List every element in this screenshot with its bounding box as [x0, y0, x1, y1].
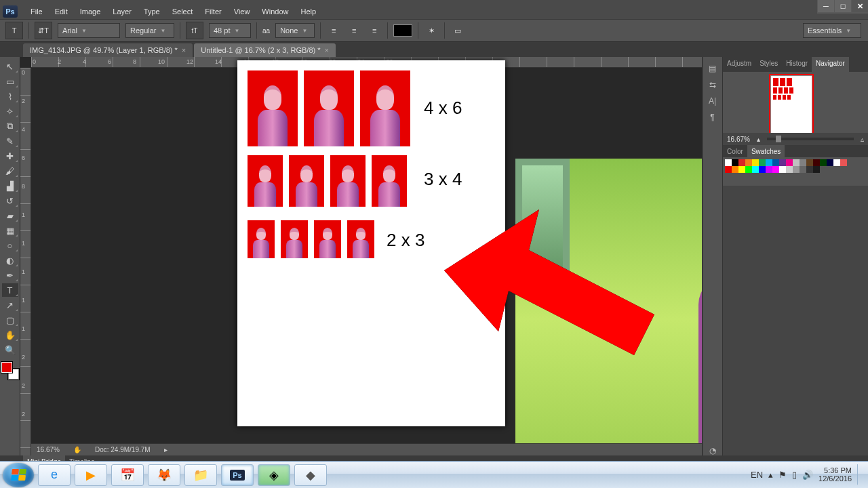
menu-select[interactable]: Select	[166, 6, 199, 17]
maximize-button[interactable]: □	[835, 0, 851, 12]
document-tab-1[interactable]: IMG_4134.JPG @ 49.7% (Layer 1, RGB/8) *×	[23, 43, 193, 57]
brush-tool-icon[interactable]: 🖌	[2, 164, 18, 178]
menu-window[interactable]: Window	[256, 6, 294, 17]
color-picker[interactable]	[1, 362, 19, 380]
stamp-tool-icon[interactable]: ▟	[2, 179, 18, 192]
taskbar-calendar-icon[interactable]: 📅	[111, 464, 144, 486]
align-right-icon[interactable]: ≡	[367, 23, 382, 38]
menu-edit[interactable]: Edit	[49, 6, 74, 17]
taskbar-photoshop-icon[interactable]: Ps	[221, 464, 254, 486]
swatch[interactable]	[725, 159, 732, 166]
lasso-tool-icon[interactable]: ⌇	[2, 89, 18, 103]
minimize-button[interactable]: ─	[818, 0, 834, 12]
tray-expand-icon[interactable]: ▴	[768, 470, 773, 480]
tab-histogram[interactable]: Histogr	[782, 57, 812, 72]
hand-tool-icon[interactable]: ✋	[2, 328, 18, 342]
swatch[interactable]	[752, 159, 759, 166]
passport-photo[interactable]	[248, 155, 283, 207]
doc-info[interactable]: Doc: 24.9M/19.7M	[95, 446, 151, 453]
navigator-zoom-value[interactable]: 16.67%	[727, 136, 750, 143]
path-select-tool-icon[interactable]: ↗	[2, 298, 18, 312]
blur-tool-icon[interactable]: ○	[2, 239, 18, 252]
zoom-out-icon[interactable]: ▴	[757, 136, 760, 143]
tray-flag-icon[interactable]: ⚑	[778, 470, 787, 480]
tray-network-icon[interactable]: ▯	[792, 470, 797, 480]
passport-photo[interactable]	[347, 220, 374, 258]
menu-help[interactable]: Help	[294, 6, 322, 17]
swatch[interactable]	[813, 159, 820, 166]
swatch[interactable]	[745, 159, 752, 166]
warp-text-icon[interactable]: ✶	[424, 23, 439, 38]
text-orientation-icon[interactable]: ⇵T	[35, 22, 52, 39]
healing-tool-icon[interactable]: ✚	[2, 149, 18, 163]
antialias-dropdown[interactable]: None▼	[275, 23, 315, 38]
swatch[interactable]	[793, 159, 800, 166]
tray-clock[interactable]: 5:36 PM 12/6/2016	[818, 466, 852, 483]
zoom-slider[interactable]	[767, 138, 854, 140]
dodge-tool-icon[interactable]: ◐	[2, 253, 18, 267]
workspace-dropdown[interactable]: Essentials▼	[803, 23, 861, 38]
swatch[interactable]	[732, 159, 738, 166]
swatch[interactable]	[766, 166, 772, 173]
swatch[interactable]	[779, 159, 786, 166]
character-panel-icon[interactable]: ▭	[450, 23, 465, 38]
passport-photo[interactable]	[372, 155, 407, 207]
history-panel-icon[interactable]: ▤	[706, 64, 719, 73]
passport-photo[interactable]	[360, 70, 410, 146]
eraser-tool-icon[interactable]: ▰	[2, 209, 18, 222]
taskbar-app-icon[interactable]: ◈	[258, 464, 290, 486]
menu-image[interactable]: Image	[74, 6, 107, 17]
tab-adjustments[interactable]: Adjustm	[723, 57, 755, 72]
swatch[interactable]	[786, 159, 793, 166]
passport-photo[interactable]	[281, 220, 308, 258]
passport-photo[interactable]	[304, 70, 354, 146]
align-left-icon[interactable]: ≡	[326, 23, 341, 38]
swatch[interactable]	[759, 166, 766, 173]
swatch[interactable]	[833, 159, 840, 166]
navigator-thumbnail[interactable]	[770, 75, 812, 134]
taskbar-explorer-icon[interactable]: 📁	[184, 464, 217, 486]
show-desktop-button[interactable]	[857, 464, 863, 485]
canvas-area[interactable]: 02468101214161820222426 0246811111222 4 …	[20, 57, 702, 455]
swatch[interactable]	[786, 166, 793, 173]
history-brush-tool-icon[interactable]: ↺	[2, 194, 18, 207]
swatch[interactable]	[738, 159, 745, 166]
swatch[interactable]	[813, 166, 820, 173]
font-size-icon[interactable]: tT	[186, 22, 203, 39]
zoom-tool-icon[interactable]: 🔍	[2, 343, 18, 357]
tab-navigator[interactable]: Navigator	[812, 57, 849, 72]
menu-filter[interactable]: Filter	[199, 6, 227, 17]
menu-type[interactable]: Type	[138, 6, 166, 17]
panel-options-icon[interactable]: ◔	[706, 446, 719, 455]
swatch[interactable]	[738, 166, 745, 173]
pen-tool-icon[interactable]: ✒	[2, 268, 18, 282]
swatch[interactable]	[793, 166, 800, 173]
swatch[interactable]	[732, 166, 738, 173]
text-color-swatch[interactable]	[393, 24, 412, 37]
menu-view[interactable]: View	[228, 6, 256, 17]
menu-file[interactable]: File	[24, 6, 49, 17]
swatch[interactable]	[766, 159, 772, 166]
swatch[interactable]	[800, 166, 806, 173]
taskbar-media-player-icon[interactable]: ▶	[75, 464, 107, 486]
shape-tool-icon[interactable]: ▢	[2, 313, 18, 327]
zoom-in-icon[interactable]: ▵	[861, 136, 864, 143]
passport-photo[interactable]	[289, 155, 324, 207]
swatch[interactable]	[800, 159, 806, 166]
marquee-tool-icon[interactable]: ▭	[2, 75, 18, 88]
tab-styles[interactable]: Styles	[755, 57, 782, 72]
passport-photo[interactable]	[248, 70, 298, 146]
zoom-level[interactable]: 16.67%	[37, 446, 60, 453]
tool-preset-icon[interactable]: T	[5, 22, 23, 39]
properties-panel-icon[interactable]: ⇆	[706, 80, 719, 89]
document-tab-2[interactable]: Untitled-1 @ 16.7% (2 x 3, RGB/8) *×	[194, 43, 336, 57]
close-button[interactable]: ✕	[852, 0, 868, 12]
tray-lang[interactable]: EN	[751, 470, 763, 480]
font-size-dropdown[interactable]: 48 pt▼	[209, 23, 251, 38]
move-tool-icon[interactable]: ↖	[2, 60, 18, 73]
taskbar-ie-icon[interactable]: e	[38, 464, 71, 486]
tab-swatches[interactable]: Swatches	[747, 145, 785, 157]
eyedropper-tool-icon[interactable]: ✎	[2, 134, 18, 148]
swatches-panel[interactable]	[723, 157, 868, 186]
swatch[interactable]	[759, 159, 766, 166]
